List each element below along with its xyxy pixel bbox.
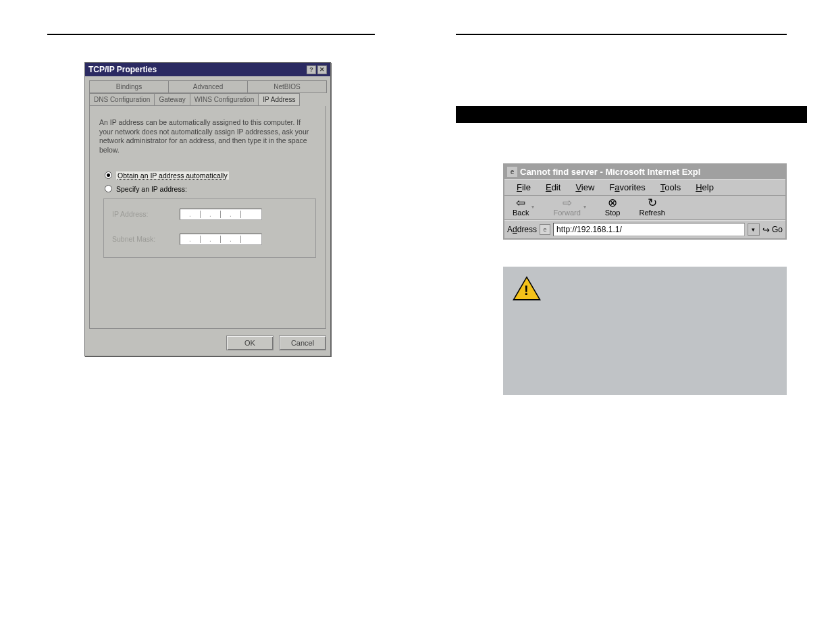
go-button[interactable]: ↪ Go bbox=[762, 225, 783, 235]
dialog-title: TCP/IP Properties bbox=[88, 65, 157, 74]
tcpip-dialog: TCP/IP Properties ? ✕ Bindings Advanced … bbox=[84, 62, 331, 356]
address-bar: Address e http://192.168.1.1/ ▾ ↪ Go bbox=[504, 220, 785, 238]
tab-dns[interactable]: DNS Configuration bbox=[89, 93, 155, 106]
ie-toolbar: ⇦ Back ▾ ⇨ Forward ▾ ⊗ Stop bbox=[504, 196, 785, 220]
ie-logo-icon: e bbox=[507, 167, 517, 177]
close-button[interactable]: ✕ bbox=[317, 65, 327, 74]
mask-input[interactable]: ... bbox=[180, 234, 262, 245]
ip-label: IP Address: bbox=[112, 210, 166, 218]
forward-icon: ⇨ bbox=[563, 197, 572, 209]
page-icon: e bbox=[540, 224, 550, 235]
tab-wins[interactable]: WINS Configuration bbox=[190, 93, 259, 106]
forward-button[interactable]: ⇨ Forward bbox=[553, 197, 580, 217]
back-button[interactable]: ⇦ Back bbox=[513, 197, 529, 217]
radio-specify[interactable] bbox=[105, 185, 112, 192]
left-divider bbox=[47, 34, 375, 35]
back-dropdown[interactable]: ▾ bbox=[531, 204, 534, 210]
menu-view[interactable]: View bbox=[575, 182, 594, 192]
tab-advanced[interactable]: Advanced bbox=[168, 80, 248, 93]
address-input[interactable]: http://192.168.1.1/ bbox=[553, 223, 745, 236]
stop-icon: ⊗ bbox=[608, 197, 617, 209]
radio-specify-label: Specify an IP address: bbox=[116, 185, 187, 193]
radio-specify-row[interactable]: Specify an IP address: bbox=[105, 185, 316, 193]
ie-window: e Cannot find server - Microsoft Interne… bbox=[503, 163, 787, 240]
ie-menu-bar: File Edit View Favorites Tools Help bbox=[504, 179, 785, 196]
back-icon: ⇦ bbox=[516, 197, 525, 209]
address-dropdown[interactable]: ▾ bbox=[748, 223, 760, 236]
ok-button[interactable]: OK bbox=[226, 336, 273, 350]
tab-netbios[interactable]: NetBIOS bbox=[247, 80, 327, 93]
forward-dropdown[interactable]: ▾ bbox=[583, 204, 586, 210]
menu-file[interactable]: File bbox=[517, 182, 531, 192]
stop-button[interactable]: ⊗ Stop bbox=[605, 197, 621, 217]
tab-bindings[interactable]: Bindings bbox=[89, 80, 169, 93]
go-icon: ↪ bbox=[762, 225, 770, 235]
help-button[interactable]: ? bbox=[307, 65, 316, 74]
ip-input[interactable]: ... bbox=[180, 209, 262, 220]
address-label: Address bbox=[507, 225, 537, 234]
radio-auto-row[interactable]: Obtain an IP address automatically bbox=[105, 171, 316, 180]
warning-box: ! bbox=[503, 267, 787, 395]
radio-auto[interactable] bbox=[105, 171, 112, 179]
refresh-button[interactable]: ↻ Refresh bbox=[639, 197, 665, 217]
right-divider bbox=[456, 34, 787, 35]
menu-edit[interactable]: Edit bbox=[546, 182, 561, 192]
mask-label: Subnet Mask: bbox=[112, 235, 166, 243]
menu-favorites[interactable]: Favorites bbox=[609, 182, 645, 192]
dialog-title-bar: TCP/IP Properties ? ✕ bbox=[85, 63, 330, 76]
black-bar bbox=[456, 106, 807, 123]
menu-tools[interactable]: Tools bbox=[660, 182, 681, 192]
tab-gateway[interactable]: Gateway bbox=[154, 93, 190, 106]
ie-title-text: Cannot find server - Microsoft Internet … bbox=[520, 167, 700, 177]
cancel-button[interactable]: Cancel bbox=[279, 336, 326, 350]
dialog-description: An IP address can be automatically assig… bbox=[99, 118, 316, 155]
menu-help[interactable]: Help bbox=[696, 182, 714, 192]
radio-auto-label: Obtain an IP address automatically bbox=[116, 171, 229, 180]
tab-ipaddress[interactable]: IP Address bbox=[258, 93, 300, 106]
refresh-icon: ↻ bbox=[648, 197, 657, 209]
ip-group: IP Address: ... Subnet Mask: ... bbox=[103, 198, 316, 258]
warning-icon: ! bbox=[513, 276, 541, 300]
ie-title-bar: e Cannot find server - Microsoft Interne… bbox=[504, 165, 785, 179]
